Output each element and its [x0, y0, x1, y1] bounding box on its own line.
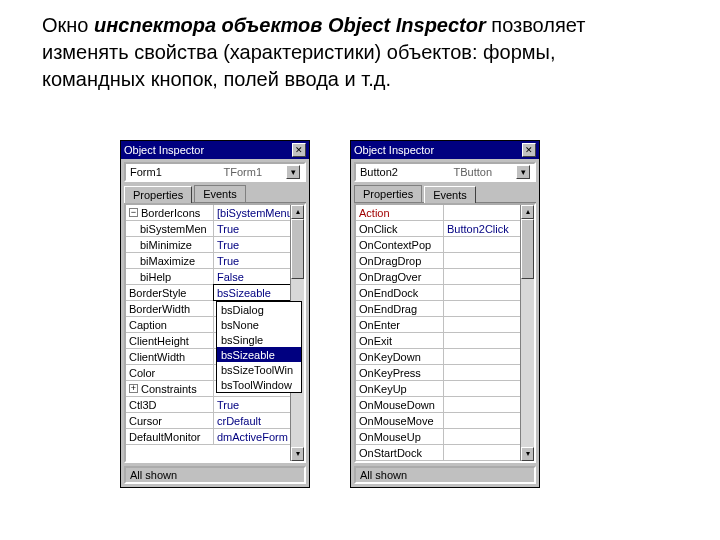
scroll-down-icon[interactable]: ▾	[291, 447, 304, 461]
property-row[interactable]: Ctl3DTrue	[126, 397, 304, 413]
dropdown-option[interactable]: bsSizeToolWin	[217, 362, 301, 377]
instance-type: TButton	[454, 166, 517, 178]
tab-properties[interactable]: Properties	[124, 186, 192, 203]
chevron-down-icon[interactable]: ▾	[286, 165, 300, 179]
property-row[interactable]: Action	[356, 205, 534, 221]
property-row[interactable]: OnDragDrop	[356, 253, 534, 269]
tab-events[interactable]: Events	[424, 186, 476, 203]
property-row[interactable]: DefaultMonitordmActiveForm	[126, 429, 304, 445]
window-title: Object Inspector	[354, 144, 522, 156]
property-row[interactable]: biMaximizeTrue	[126, 253, 304, 269]
property-row[interactable]: OnStartDock	[356, 445, 534, 461]
window-title: Object Inspector	[124, 144, 292, 156]
property-name: OnKeyUp	[356, 381, 444, 396]
scroll-thumb[interactable]	[291, 219, 304, 279]
chevron-down-icon[interactable]: ▾	[516, 165, 530, 179]
property-name: OnMouseMove	[356, 413, 444, 428]
property-name: biMaximize	[126, 253, 214, 268]
property-row[interactable]: OnKeyDown	[356, 349, 534, 365]
property-row[interactable]: OnMouseUp	[356, 429, 534, 445]
property-row[interactable]: OnClickButton2Click	[356, 221, 534, 237]
property-name: OnDragDrop	[356, 253, 444, 268]
property-grid: ActionOnClickButton2ClickOnContextPopOnD…	[354, 203, 536, 463]
property-name: OnDragOver	[356, 269, 444, 284]
property-name: OnKeyDown	[356, 349, 444, 364]
status-bar: All shown	[124, 466, 306, 484]
property-name: OnMouseDown	[356, 397, 444, 412]
property-row[interactable]: OnEndDock	[356, 285, 534, 301]
scroll-down-icon[interactable]: ▾	[521, 447, 534, 461]
object-inspector-right: Object Inspector✕Button2TButton▾Properti…	[350, 140, 540, 488]
property-name: OnEnter	[356, 317, 444, 332]
caption-em2: Object Inspector	[328, 14, 486, 36]
property-row[interactable]: OnExit	[356, 333, 534, 349]
property-row[interactable]: OnEndDrag	[356, 301, 534, 317]
property-grid: −BorderIcons[biSystemMenu,biSystemMenTru…	[124, 203, 306, 463]
object-inspector-left: Object Inspector✕Form1TForm1▾PropertiesE…	[120, 140, 310, 488]
titlebar[interactable]: Object Inspector✕	[351, 141, 539, 159]
property-row[interactable]: biSystemMenTrue	[126, 221, 304, 237]
scroll-up-icon[interactable]: ▴	[521, 205, 534, 219]
property-row[interactable]: OnKeyPress	[356, 365, 534, 381]
dropdown-option[interactable]: bsDialog	[217, 302, 301, 317]
property-row[interactable]: −BorderIcons[biSystemMenu,	[126, 205, 304, 221]
tab-events[interactable]: Events	[194, 185, 246, 202]
property-row[interactable]: OnKeyUp	[356, 381, 534, 397]
property-row[interactable]: biHelpFalse	[126, 269, 304, 285]
caption-lead: Окно	[42, 14, 94, 36]
property-name: biHelp	[126, 269, 214, 284]
tabs: PropertiesEvents	[354, 185, 536, 203]
property-name: biMinimize	[126, 237, 214, 252]
property-row[interactable]: OnMouseMove	[356, 413, 534, 429]
tabs: PropertiesEvents	[124, 185, 306, 203]
property-row[interactable]: CursorcrDefault	[126, 413, 304, 429]
dropdown-option[interactable]: bsNone	[217, 317, 301, 332]
property-name: OnEndDrag	[356, 301, 444, 316]
scroll-up-icon[interactable]: ▴	[291, 205, 304, 219]
property-name: BorderStyle	[126, 285, 214, 300]
property-row[interactable]: OnContextPop	[356, 237, 534, 253]
caption-em1: инспектора объектов	[94, 14, 322, 36]
property-name: +Constraints	[126, 381, 214, 396]
property-name: DefaultMonitor	[126, 429, 214, 444]
property-name: Ctl3D	[126, 397, 214, 412]
close-icon[interactable]: ✕	[522, 143, 536, 157]
property-row[interactable]: biMinimizeTrue	[126, 237, 304, 253]
property-row[interactable]: OnMouseDown	[356, 397, 534, 413]
instance-name: Button2	[360, 166, 454, 178]
tab-properties[interactable]: Properties	[354, 185, 422, 202]
property-name: OnClick	[356, 221, 444, 236]
property-name: OnStartDock	[356, 445, 444, 460]
dropdown-option[interactable]: bsSizeable	[217, 347, 301, 362]
close-icon[interactable]: ✕	[292, 143, 306, 157]
instance-type: TForm1	[224, 166, 287, 178]
property-name: OnKeyPress	[356, 365, 444, 380]
property-row[interactable]: OnEnter	[356, 317, 534, 333]
property-name: ClientWidth	[126, 349, 214, 364]
property-name: ClientHeight	[126, 333, 214, 348]
dropdown-option[interactable]: bsToolWindow	[217, 377, 301, 392]
status-bar: All shown	[354, 466, 536, 484]
property-row[interactable]: OnDragOver	[356, 269, 534, 285]
property-name: OnContextPop	[356, 237, 444, 252]
value-dropdown[interactable]: bsDialogbsNonebsSinglebsSizeablebsSizeTo…	[216, 301, 302, 393]
expand-icon[interactable]: +	[129, 384, 138, 393]
instance-name: Form1	[130, 166, 224, 178]
instance-selector[interactable]: Form1TForm1▾	[124, 162, 306, 182]
property-row[interactable]: BorderStylebsSizeable	[126, 285, 304, 301]
collapse-icon[interactable]: −	[129, 208, 138, 217]
slide-caption: Окно инспектора объектов Object Inspecto…	[42, 12, 662, 93]
scroll-thumb[interactable]	[521, 219, 534, 279]
property-name: Cursor	[126, 413, 214, 428]
property-name: Action	[356, 205, 444, 220]
dropdown-option[interactable]: bsSingle	[217, 332, 301, 347]
property-name: −BorderIcons	[126, 205, 214, 220]
property-name: biSystemMen	[126, 221, 214, 236]
property-name: OnEndDock	[356, 285, 444, 300]
property-name: BorderWidth	[126, 301, 214, 316]
instance-selector[interactable]: Button2TButton▾	[354, 162, 536, 182]
titlebar[interactable]: Object Inspector✕	[121, 141, 309, 159]
property-name: OnExit	[356, 333, 444, 348]
property-name: Caption	[126, 317, 214, 332]
scrollbar[interactable]: ▴▾	[520, 205, 534, 461]
